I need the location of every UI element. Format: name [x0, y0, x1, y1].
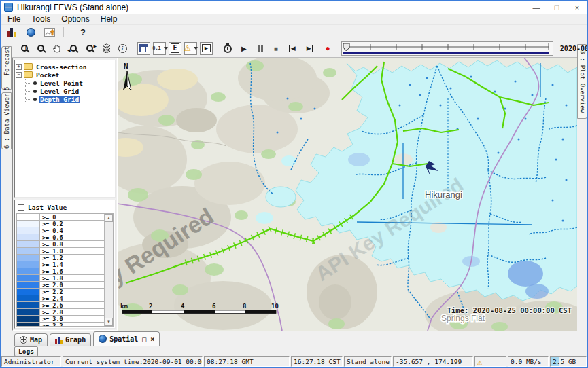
legend-row: >= 1.8 [17, 275, 104, 282]
animation-panel-button[interactable]: ▶ [200, 42, 213, 55]
scroll-down-button[interactable]: ▼ [105, 318, 113, 326]
dock-tab-plot-overview[interactable]: 3 : Plot Overview [577, 44, 587, 119]
play-button[interactable]: ▶ [241, 45, 247, 52]
logs-button[interactable]: Logs [14, 346, 38, 356]
tree-item-cross-section[interactable]: + Cross-section [16, 62, 114, 71]
step-back-button[interactable]: ◀ [289, 45, 296, 52]
legend-class-label: >= 1.2 [40, 255, 104, 261]
legend-color-swatch [17, 309, 40, 315]
step-forward-icon: ▶ [307, 45, 311, 52]
scroll-up-button[interactable]: ▲ [105, 214, 113, 222]
layers-button[interactable] [99, 41, 113, 55]
last-value-checkbox[interactable] [18, 204, 24, 211]
zoom-in-button[interactable]: + [18, 41, 31, 55]
legend-class-label: >= 3.2 [40, 323, 104, 326]
grid-display-button[interactable] [137, 42, 150, 55]
database-chart-button[interactable] [5, 25, 18, 39]
left-dock-strip: 5 : Forecast 6 : Data Viewer [1, 39, 12, 356]
pause-button[interactable] [258, 45, 263, 52]
info-button[interactable]: i [116, 41, 129, 55]
legend-class-label: >= 0.8 [40, 241, 104, 247]
tab-graph[interactable]: Graph [50, 333, 91, 346]
minimize-button[interactable]: — [526, 1, 547, 14]
legend-class-label: >= 0 [40, 214, 104, 220]
legend-color-swatch [17, 289, 40, 295]
legend-row: >= 3.2 [17, 323, 104, 326]
stop-button[interactable]: ■ [274, 45, 278, 52]
graph-icon [55, 337, 63, 344]
status-bar: Administrator Current system time:2020-0… [1, 356, 587, 367]
menu-item[interactable]: Tools [26, 14, 56, 24]
status-local-time: 16:27:18 CST [291, 356, 343, 367]
dock-tab-forecast[interactable]: 5 : Forecast [1, 46, 12, 90]
dropdown-caret-icon [164, 47, 168, 50]
menu-item[interactable]: Options [56, 14, 94, 24]
tree-item-level-point[interactable]: Level Point [26, 79, 114, 87]
tab-close-button[interactable]: × [150, 335, 154, 343]
step-back-icon: ◀ [291, 45, 296, 52]
legend-class-label: >= 1.8 [40, 275, 104, 281]
main-toolbar: ? [1, 25, 587, 39]
classbreaks-dropdown[interactable]: 0.1 [153, 42, 166, 55]
record-button[interactable]: ● [326, 43, 330, 53]
legend-row: >= 2.4 [17, 295, 104, 302]
help-button[interactable]: ? [80, 27, 86, 37]
current-time-label: 2020-08-25 00:00:00 CST [560, 45, 588, 52]
map-canvas[interactable]: API Key Required API Key Required N km [118, 58, 577, 331]
legend-row: >= 1.2 [17, 255, 104, 261]
menu-item[interactable]: File [2, 14, 26, 24]
tab-spatial-label: Spatial [109, 335, 138, 343]
spatial-display-button[interactable] [43, 25, 56, 39]
tab-spatial[interactable]: Spatial □ × [93, 331, 160, 346]
tree-item-pocket[interactable]: − Pocket [16, 71, 114, 79]
step-forward-button[interactable]: ▶ [307, 45, 313, 52]
legend-color-swatch [17, 323, 40, 326]
locality-label: Springs Flat [441, 314, 485, 323]
animation-settings-button[interactable] [221, 41, 235, 55]
labels-button[interactable]: E [169, 42, 181, 55]
wire-globe-icon [20, 336, 27, 344]
legend-row: >= 0.2 [17, 221, 104, 227]
legend-row: >= 2.2 [17, 289, 104, 295]
tab-map[interactable]: Map [14, 333, 48, 346]
close-button[interactable]: × [567, 1, 587, 14]
status-transfer-rate: 0.0 MB/s [508, 356, 549, 367]
pan-button[interactable] [50, 41, 64, 55]
grid-icon [139, 44, 148, 52]
legend-class-label: >= 0.2 [40, 221, 104, 227]
time-slider-handle[interactable] [343, 43, 349, 51]
folder-icon [24, 63, 33, 70]
legend-row: >= 1.0 [17, 248, 104, 255]
map-display-button[interactable] [24, 25, 37, 39]
expand-icon[interactable]: + [16, 64, 22, 70]
globe-icon [27, 28, 35, 37]
info-icon: i [118, 44, 127, 53]
legend-row: >= 0.8 [17, 241, 104, 248]
town-label: Hikurangi [425, 189, 462, 200]
legend-class-label: >= 3.0 [40, 316, 104, 322]
dock-tab-data-viewer[interactable]: 6 : Data Viewer [1, 92, 12, 149]
app-icon [4, 3, 13, 12]
tree-item-level-grid[interactable]: Level Grid [26, 87, 114, 95]
tab-maximize-button[interactable]: □ [142, 335, 146, 343]
warnings-dropdown[interactable]: ⚠ [184, 42, 197, 55]
legend-scrollbar[interactable]: ▲ ▼ [104, 214, 113, 326]
tree-item-depth-grid[interactable]: Depth Grid [26, 95, 114, 103]
status-coordinates: -35.657 , 174.199 [393, 356, 473, 367]
time-span-bar [343, 52, 549, 54]
zoom-previous-button[interactable]: ◀ [67, 41, 80, 55]
zoom-in-icon: + [21, 45, 28, 52]
legend-class-label: >= 2.0 [40, 282, 104, 288]
right-dock-strip: 3 : Plot Overview [576, 39, 587, 356]
menu-item[interactable]: Help [95, 14, 123, 24]
zoom-out-button[interactable]: - [34, 41, 48, 55]
labels-icon: E [171, 43, 179, 53]
legend-color-swatch [17, 241, 40, 247]
legend-color-swatch [17, 255, 40, 261]
collapse-icon[interactable]: − [16, 72, 22, 78]
maximize-button[interactable]: □ [547, 1, 567, 14]
zoom-next-icon: ▶ [86, 45, 93, 52]
tree-item-label: Cross-section [35, 63, 88, 71]
zoom-next-button[interactable]: ▶ [83, 41, 97, 55]
time-slider[interactable] [341, 41, 553, 56]
